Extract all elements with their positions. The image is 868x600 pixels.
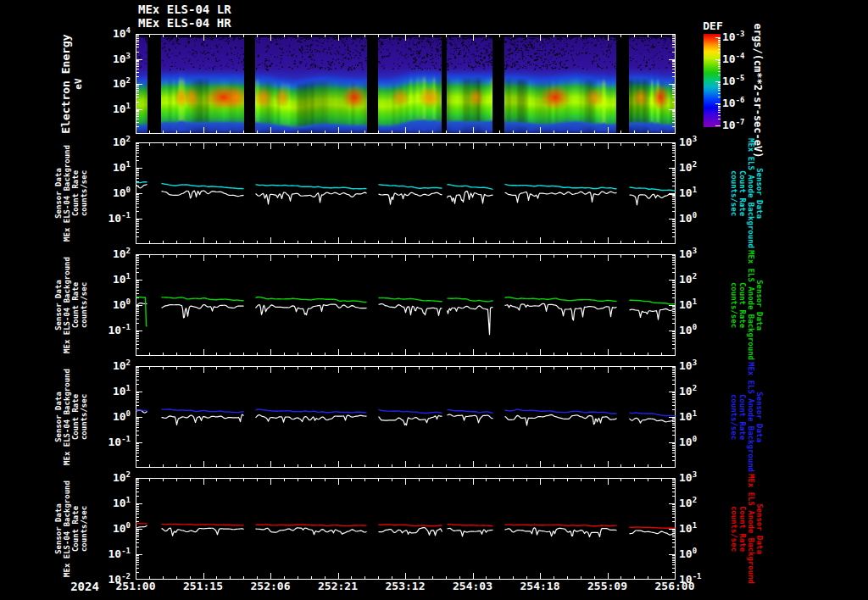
panel-left-tick-label: 10-1 — [92, 212, 131, 226]
panel-left-axis-label: Sensor DataMEx ELS-04 BackgroundCount Ra… — [49, 366, 93, 468]
colorbar-tick-label: 10-6 — [722, 97, 756, 111]
panel-right-tick-label: 101 — [679, 410, 716, 425]
spec-ytick-label: 103 — [92, 53, 131, 67]
spec-ytick-label: 102 — [92, 77, 131, 92]
panel-left-tick-label: 102 — [92, 247, 131, 262]
panel-left-tick-label: 101 — [92, 497, 131, 511]
line-panel-canvas-1 — [136, 142, 676, 244]
panel-left-tick-label: 100 — [92, 186, 131, 201]
line-panel-canvas-4 — [136, 478, 676, 580]
panel-right-tick-label: 102 — [679, 497, 716, 511]
panel-right-tick-label: 103 — [679, 247, 716, 262]
panel-left-tick-label: 100 — [92, 410, 131, 425]
panel-right-tick-label: 103 — [679, 359, 716, 374]
time-tick-label: 252:21 — [311, 580, 365, 592]
panel-right-axis-label: Sensor DataMEx ELS Anode BackgroundCount… — [723, 478, 771, 580]
panel-right-tick-label: 100 — [679, 547, 716, 562]
time-tick-label: 252:06 — [243, 580, 298, 592]
time-tick-label: 253:12 — [378, 580, 432, 592]
panel-left-tick-label: 101 — [92, 273, 131, 287]
panel-left-tick-label: 10-2 — [92, 573, 131, 587]
colorbar-tick-label: 10-5 — [722, 75, 756, 89]
panel-left-tick-label: 100 — [92, 522, 131, 536]
panel-left-tick-label: 10-1 — [92, 324, 131, 338]
spectrogram-canvas — [136, 34, 676, 134]
panel-right-tick-label: 100 — [679, 212, 716, 226]
panel-left-tick-label: 102 — [92, 471, 131, 486]
panel-right-tick-label: 103 — [679, 136, 716, 150]
panel-left-tick-label: 10-1 — [92, 547, 131, 562]
time-tick-label: 254:03 — [446, 580, 500, 592]
panel-right-axis-label: Sensor DataMEx ELS Anode BackgroundCount… — [723, 366, 771, 468]
panel-right-tick-label: 102 — [679, 161, 716, 175]
line-panel-canvas-3 — [136, 366, 676, 468]
panel-left-tick-label: 101 — [92, 161, 131, 175]
line-panel-canvas-2 — [136, 254, 676, 356]
panel-right-tick-label: 10-1 — [679, 573, 716, 587]
panel-left-tick-label: 10-1 — [92, 436, 131, 450]
panel-right-axis-label-text: Sensor DataMEx ELS Anode BackgroundCount… — [730, 250, 764, 360]
time-tick-label: 251:15 — [176, 580, 231, 592]
panel-left-axis-label-text: Sensor DataMEx ELS-04 BackgroundCount Ra… — [54, 257, 88, 353]
panel-left-axis-label: Sensor DataMEx ELS-04 BackgroundCount Ra… — [49, 478, 93, 580]
panel-left-axis-label: Sensor DataMEx ELS-04 BackgroundCount Ra… — [49, 142, 93, 244]
panel-left-tick-label: 101 — [92, 385, 131, 399]
panel-right-tick-label: 102 — [679, 385, 716, 399]
panel-right-tick-label: 103 — [679, 471, 716, 486]
panel-left-tick-label: 102 — [92, 136, 131, 150]
panel-right-axis-label-text: Sensor DataMEx ELS Anode BackgroundCount… — [730, 362, 764, 472]
panel-left-axis-label-text: Sensor DataMEx ELS-04 BackgroundCount Ra… — [54, 369, 88, 465]
panel-right-axis-label-text: Sensor DataMEx ELS Anode BackgroundCount… — [730, 138, 764, 248]
panel-left-tick-label: 100 — [92, 298, 131, 313]
spectrogram-ylabel: Electron Energy eV — [51, 34, 93, 134]
panel-left-axis-label-text: Sensor DataMEx ELS-04 BackgroundCount Ra… — [54, 481, 88, 577]
time-tick-label: 255:09 — [581, 580, 635, 592]
panel-right-tick-label: 101 — [679, 298, 716, 313]
colorbar-tick-label: 10-7 — [722, 119, 756, 133]
colorbar-tick-label: 10-3 — [722, 31, 756, 45]
plot-window: MEx ELS-04 LR MEx ELS-04 HR Electron Ene… — [0, 0, 868, 600]
panel-right-tick-label: 100 — [679, 324, 716, 338]
colorbar-canvas — [704, 34, 721, 127]
spec-ytick-label: 101 — [92, 103, 131, 117]
electron-energy-label: Electron Energy — [59, 34, 72, 133]
colorbar-tick-label: 10-4 — [722, 53, 756, 67]
plot-title-hr: MEx ELS-04 HR — [138, 16, 231, 30]
time-tick-label: 254:18 — [513, 580, 567, 592]
panel-right-axis-label: Sensor DataMEx ELS Anode BackgroundCount… — [723, 254, 771, 356]
panel-right-tick-label: 102 — [679, 273, 716, 287]
panel-right-axis-label: Sensor DataMEx ELS Anode BackgroundCount… — [723, 142, 771, 244]
panel-right-tick-label: 101 — [679, 186, 716, 201]
panel-left-axis-label-text: Sensor DataMEx ELS-04 BackgroundCount Ra… — [54, 145, 88, 242]
plot-title-lr: MEx ELS-04 LR — [138, 3, 231, 16]
ev-label: eV — [72, 34, 85, 133]
panel-left-tick-label: 102 — [92, 359, 131, 374]
panel-right-tick-label: 101 — [679, 522, 716, 536]
panel-left-axis-label: Sensor DataMEx ELS-04 BackgroundCount Ra… — [49, 254, 93, 356]
panel-right-axis-label-text: Sensor DataMEx ELS Anode BackgroundCount… — [730, 474, 764, 584]
spec-ytick-label: 104 — [92, 27, 131, 42]
panel-right-tick-label: 100 — [679, 436, 716, 450]
